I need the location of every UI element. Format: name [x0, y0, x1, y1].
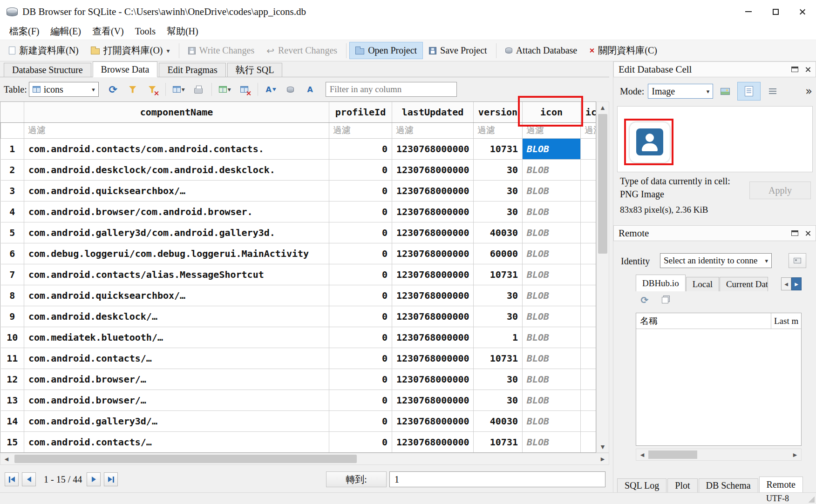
cell-cut[interactable]: [581, 159, 597, 180]
cell-cut[interactable]: [581, 327, 597, 348]
encoding-indicator[interactable]: UTF-8: [766, 494, 789, 504]
row-number[interactable]: 7: [1, 264, 24, 285]
cell-componentname[interactable]: com.debug.loggerui/com.debug.loggerui.Ma…: [24, 243, 329, 264]
cell-componentname[interactable]: com.android.contacts/alias.MessageShortc…: [24, 264, 329, 285]
resize-grip[interactable]: [808, 496, 815, 503]
tab-scroll-right-button[interactable]: ▶: [791, 277, 802, 290]
cell-lastupdated[interactable]: 1230768000000: [392, 138, 474, 159]
cell-lastupdated[interactable]: 1230768000000: [392, 306, 474, 327]
attach-database-button[interactable]: Attach Database: [499, 42, 584, 59]
close-panel-icon[interactable]: [805, 230, 811, 236]
cell-componentname[interactable]: com.android.gallery3d/…: [24, 410, 329, 431]
row-number[interactable]: 9: [1, 306, 24, 327]
revert-changes-button[interactable]: ↩ Revert Changes: [260, 42, 343, 60]
cell-version[interactable]: 30: [474, 285, 523, 306]
save-project-button[interactable]: Save Project: [423, 42, 493, 59]
cell-profileid[interactable]: 0: [329, 390, 392, 410]
remote-clone-button[interactable]: [658, 293, 672, 307]
identity-selector[interactable]: Select an identity to conne ▾: [660, 253, 772, 268]
cell-profileid[interactable]: 0: [329, 369, 392, 390]
goto-input[interactable]: [389, 471, 605, 487]
cell-icon[interactable]: BLOB: [523, 243, 581, 264]
tab-database-structure[interactable]: Database Structure: [4, 63, 91, 77]
column-header-icon[interactable]: icon: [523, 102, 581, 122]
cell-profileid[interactable]: 0: [329, 138, 392, 159]
filter-lastupdated[interactable]: 過濾: [392, 122, 474, 138]
cell-cut[interactable]: [581, 180, 597, 201]
cell-profileid[interactable]: 0: [329, 431, 392, 452]
row-number[interactable]: 8: [1, 285, 24, 306]
cell-componentname[interactable]: com.android.quicksearchbox/…: [24, 180, 329, 201]
manage-identities-button[interactable]: [789, 253, 806, 268]
table-vertical-scrollbar[interactable]: ▲ ▼: [596, 101, 609, 453]
cell-cut[interactable]: [581, 201, 597, 222]
cell-lastupdated[interactable]: 1230768000000: [392, 285, 474, 306]
delete-record-button[interactable]: [236, 81, 253, 98]
cell-componentname[interactable]: com.android.deskclock/com.android.deskcl…: [24, 159, 329, 180]
first-record-button[interactable]: [5, 472, 19, 486]
goto-label[interactable]: 轉到:: [326, 471, 387, 487]
tab-dbhub[interactable]: DBHub.io: [636, 275, 686, 291]
column-header-lastupdated[interactable]: lastUpdated: [392, 102, 474, 122]
cell-icon[interactable]: BLOB: [523, 138, 581, 159]
close-panel-icon[interactable]: [805, 67, 811, 73]
corner-header[interactable]: [1, 102, 24, 122]
cell-cut[interactable]: [581, 369, 597, 390]
scroll-up-button[interactable]: ▲: [597, 102, 609, 113]
cell-profileid[interactable]: 0: [329, 243, 392, 264]
cell-version[interactable]: 10731: [474, 431, 523, 452]
edit-format-button[interactable]: A: [301, 81, 319, 98]
table-selector[interactable]: icons ▾: [29, 82, 99, 97]
horizontal-scrollbar-thumb[interactable]: [14, 455, 357, 463]
tab-current-database[interactable]: Current Dat: [720, 277, 768, 291]
close-database-button[interactable]: 關閉資料庫(C): [583, 41, 663, 60]
cell-lastupdated[interactable]: 1230768000000: [392, 410, 474, 431]
cell-icon[interactable]: BLOB: [523, 431, 581, 452]
tab-scroll-left-button[interactable]: ◀: [781, 277, 791, 290]
apply-button[interactable]: Apply: [749, 181, 811, 199]
cell-lastupdated[interactable]: 1230768000000: [392, 390, 474, 410]
cell-icon[interactable]: BLOB: [523, 348, 581, 369]
cell-cut[interactable]: [581, 285, 597, 306]
cell-version[interactable]: 40030: [474, 222, 523, 243]
row-number[interactable]: 5: [1, 222, 24, 243]
cell-profileid[interactable]: 0: [329, 348, 392, 369]
cell-icon[interactable]: BLOB: [523, 264, 581, 285]
cell-version[interactable]: 40030: [474, 410, 523, 431]
cell-icon[interactable]: BLOB: [523, 159, 581, 180]
table-horizontal-scrollbar[interactable]: ◀ ▶: [0, 453, 609, 465]
cell-componentname[interactable]: com.android.contacts/…: [24, 431, 329, 452]
tab-db-schema[interactable]: DB Schema: [699, 478, 758, 492]
scroll-right-button[interactable]: ▶: [789, 449, 801, 460]
cell-cut[interactable]: [581, 306, 597, 327]
cell-version[interactable]: 30: [474, 201, 523, 222]
cell-version[interactable]: 30: [474, 390, 523, 410]
filter-icon[interactable]: 過濾: [523, 122, 581, 138]
new-database-button[interactable]: 新建資料庫(N): [3, 41, 85, 60]
open-project-button[interactable]: Open Project: [349, 42, 423, 59]
close-button[interactable]: [789, 0, 816, 23]
menu-help[interactable]: 幫助(H): [161, 24, 204, 39]
cell-profileid[interactable]: 0: [329, 410, 392, 431]
cell-profileid[interactable]: 0: [329, 285, 392, 306]
row-number[interactable]: 1: [1, 138, 24, 159]
cell-cut[interactable]: [581, 138, 597, 159]
cell-componentname[interactable]: com.android.gallery3d/com.android.galler…: [24, 222, 329, 243]
database-format-button[interactable]: [282, 81, 299, 98]
cell-icon[interactable]: BLOB: [523, 327, 581, 348]
scroll-right-button[interactable]: ▶: [597, 453, 609, 464]
previous-record-button[interactable]: [22, 472, 36, 486]
last-record-button[interactable]: [104, 472, 118, 486]
mode-selector[interactable]: Image ▾: [648, 84, 713, 99]
cell-lastupdated[interactable]: 1230768000000: [392, 201, 474, 222]
float-panel-icon[interactable]: [791, 230, 798, 236]
remote-scrollbar[interactable]: ◀ ▶: [636, 449, 802, 461]
cell-icon[interactable]: BLOB: [523, 180, 581, 201]
next-record-button[interactable]: [87, 472, 101, 486]
column-header-version[interactable]: version: [474, 102, 523, 122]
cell-componentname[interactable]: com.android.contacts/…: [24, 348, 329, 369]
clear-filters-button[interactable]: [143, 81, 161, 98]
column-header-cut[interactable]: ic: [581, 102, 597, 122]
remote-column-name[interactable]: 名稱: [636, 313, 771, 329]
minimize-button[interactable]: [735, 0, 762, 23]
